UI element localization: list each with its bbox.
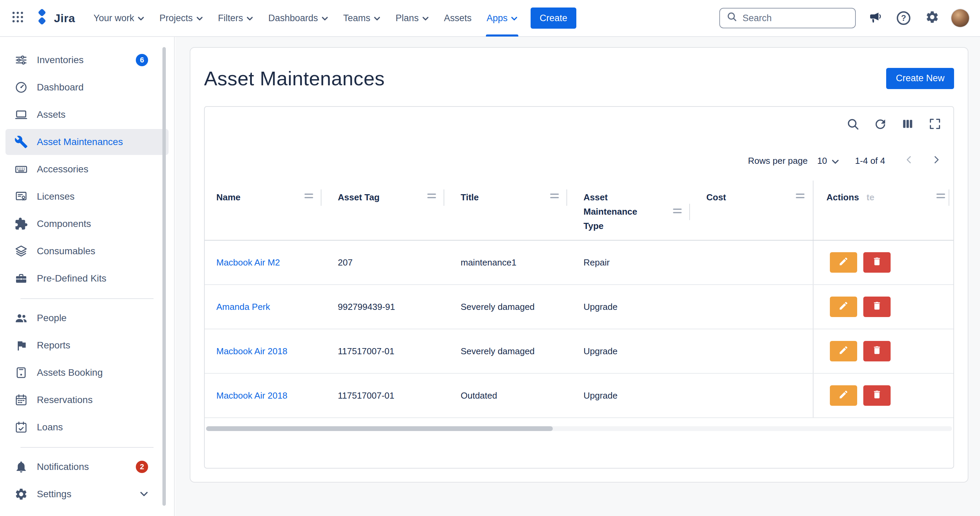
rows-per-page-select[interactable]: 10: [817, 156, 839, 166]
asset-link[interactable]: Amanda Perk: [216, 302, 270, 312]
pencil-icon: [838, 345, 849, 358]
sidebar-item-reservations[interactable]: Reservations: [5, 387, 169, 413]
sidebar-item-accessories[interactable]: Accessories: [5, 156, 169, 182]
settings-button[interactable]: [923, 8, 942, 28]
actions-cell: [813, 374, 953, 417]
nav-assets[interactable]: Assets: [436, 0, 479, 37]
maintenance-type-cell: Upgrade: [567, 285, 690, 329]
count-badge: 6: [136, 54, 148, 66]
megaphone-icon: [868, 10, 882, 27]
create-button[interactable]: Create: [531, 8, 576, 29]
nav-teams[interactable]: Teams: [336, 0, 388, 37]
delete-button[interactable]: [863, 385, 891, 406]
edit-button[interactable]: [830, 385, 857, 406]
sidebar-item-consumables[interactable]: Consumables: [5, 238, 169, 264]
nav-dashboards[interactable]: Dashboards: [261, 0, 336, 37]
chevron-down-icon: [196, 13, 203, 24]
jira-app: Jira Your work Projects Filters Dashboar…: [0, 0, 980, 516]
delete-button[interactable]: [863, 341, 891, 362]
horizontal-scrollbar[interactable]: [206, 426, 952, 431]
sidebar-item-people[interactable]: People: [5, 305, 169, 331]
sidebar-item-notifications[interactable]: Notifications 2: [5, 454, 169, 480]
trash-icon: [872, 389, 882, 402]
app-switcher-button[interactable]: [8, 8, 27, 28]
asset-link[interactable]: Macbook Air M2: [216, 257, 280, 268]
bell-icon: [14, 460, 28, 474]
sidebar-divider: [21, 447, 154, 448]
drag-handle-icon[interactable]: [673, 208, 682, 214]
chevron-down-icon: [247, 13, 253, 24]
drag-handle-icon[interactable]: [304, 193, 313, 199]
calendar-check-icon: [14, 420, 28, 434]
sidebar-scrollbar[interactable]: [162, 47, 166, 506]
asset-link[interactable]: Macbook Air 2018: [216, 390, 287, 401]
delete-button[interactable]: [863, 252, 891, 273]
global-search[interactable]: [719, 8, 856, 28]
sidebar-item-settings[interactable]: Settings: [5, 481, 169, 507]
drag-handle-icon[interactable]: [796, 193, 805, 199]
asset-link[interactable]: Macbook Air 2018: [216, 346, 287, 357]
drag-handle-icon[interactable]: [427, 193, 436, 199]
chevron-right-icon: [930, 154, 942, 168]
sidebar-item-inventories[interactable]: Inventories 6: [5, 47, 169, 73]
edit-button[interactable]: [830, 341, 857, 362]
sidebar-item-assets[interactable]: Assets: [5, 102, 169, 127]
horizontal-scrollbar-thumb[interactable]: [206, 426, 553, 431]
avatar[interactable]: [951, 9, 969, 27]
table-row: Macbook Air 2018 117517007-01 Outdated U…: [205, 374, 953, 418]
maintenance-type-cell: Repair: [567, 240, 690, 284]
sidebar-item-asset-maintenances[interactable]: Asset Maintenances: [5, 129, 169, 155]
actions-cell: [813, 240, 953, 284]
edit-button[interactable]: [830, 252, 857, 273]
wrench-icon: [14, 135, 28, 149]
help-button[interactable]: [894, 8, 913, 28]
next-page-button[interactable]: [928, 152, 945, 170]
calendar-icon: [14, 393, 28, 407]
jira-logo-text: Jira: [54, 11, 75, 25]
column-header-asset-tag[interactable]: Asset Tag: [321, 180, 444, 240]
table-fullscreen-button[interactable]: [928, 117, 942, 132]
sidebar-item-pre-defined-kits[interactable]: Pre-Defined Kits: [5, 266, 169, 291]
jira-logo[interactable]: Jira: [34, 9, 75, 27]
sidebar-item-components[interactable]: Components: [5, 211, 169, 237]
edit-button[interactable]: [830, 296, 857, 317]
drag-handle-icon[interactable]: [550, 193, 559, 199]
table-columns-button[interactable]: [900, 117, 915, 132]
top-bar: Jira Your work Projects Filters Dashboar…: [0, 0, 980, 37]
chevron-down-icon: [422, 13, 429, 24]
column-header-title[interactable]: Title: [444, 180, 567, 240]
column-header-actions[interactable]: Date Actions: [813, 180, 953, 240]
sidebar-divider: [21, 298, 154, 299]
nav-plans[interactable]: Plans: [388, 0, 436, 37]
previous-page-button[interactable]: [900, 152, 918, 170]
jira-logo-icon: [34, 9, 50, 27]
cost-cell: [690, 329, 813, 373]
search-input[interactable]: [743, 13, 848, 24]
create-new-button[interactable]: Create New: [886, 68, 954, 89]
sidebar-item-reports[interactable]: Reports: [5, 333, 169, 358]
nav-projects[interactable]: Projects: [152, 0, 210, 37]
table-row: Macbook Air 2018 117517007-01 Severely d…: [205, 329, 953, 374]
column-header-asset-maintenance-type[interactable]: Asset Maintenance Type: [567, 180, 690, 240]
announcement-button[interactable]: [865, 8, 885, 28]
table-search-button[interactable]: [846, 117, 861, 132]
sidebar-item-loans[interactable]: Loans: [5, 414, 169, 440]
delete-button[interactable]: [863, 296, 891, 317]
refresh-icon: [873, 117, 888, 134]
pencil-icon: [838, 256, 849, 269]
page-title: Asset Maintenances: [204, 67, 385, 90]
asset-tag-cell: 117517007-01: [321, 329, 444, 373]
sidebar-item-assets-booking[interactable]: Assets Booking: [5, 360, 169, 385]
chevron-left-icon: [903, 154, 915, 168]
column-header-cost[interactable]: Cost: [690, 180, 813, 240]
nav-your-work[interactable]: Your work: [86, 0, 152, 37]
drag-handle-icon[interactable]: [936, 193, 945, 199]
chevron-down-icon: [140, 491, 148, 497]
sidebar-item-dashboard[interactable]: Dashboard: [5, 75, 169, 100]
column-header-name[interactable]: Name: [205, 180, 321, 240]
table-header: Name Asset Tag Title Asset Maintenance T…: [205, 180, 953, 240]
sidebar-item-licenses[interactable]: Licenses: [5, 183, 169, 210]
nav-apps[interactable]: Apps: [479, 0, 525, 37]
nav-filters[interactable]: Filters: [210, 0, 261, 37]
table-refresh-button[interactable]: [873, 117, 888, 132]
